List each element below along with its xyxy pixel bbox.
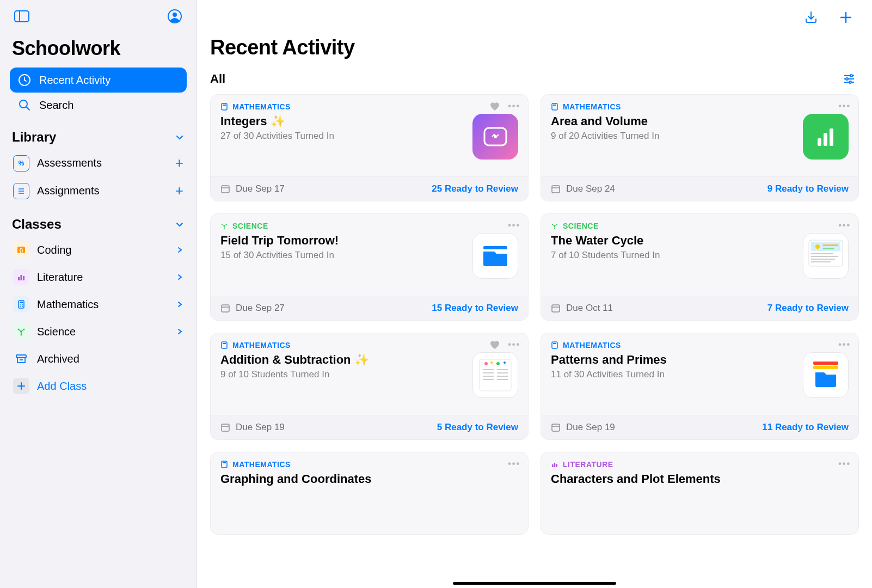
cards-grid: MATHEMATICS Integers ✨ 27 of 30 Activiti… [210, 94, 859, 556]
download-icon [804, 10, 818, 24]
due-date: Due Sep 19 [551, 422, 615, 433]
app-thumb [472, 114, 518, 160]
ready-to-review[interactable]: 15 Ready to Review [432, 303, 518, 314]
subject-badge: MATHEMATICS [220, 102, 465, 111]
class-mathematics[interactable]: Mathematics [10, 291, 187, 318]
svg-rect-82 [497, 369, 508, 370]
more-button[interactable]: ••• [838, 101, 851, 111]
svg-point-77 [484, 362, 488, 365]
svg-rect-17 [20, 302, 23, 303]
svg-point-34 [850, 75, 852, 77]
heart-icon[interactable] [489, 340, 500, 350]
svg-rect-49 [830, 128, 833, 146]
classes-header[interactable]: Classes [12, 217, 185, 232]
ready-to-review[interactable]: 25 Ready to Review [432, 183, 518, 194]
svg-point-3 [173, 13, 177, 17]
activity-card[interactable]: LITERATURE Characters and Plot Elements … [541, 452, 859, 535]
svg-rect-81 [483, 369, 494, 370]
lib-label: Assessments [37, 157, 102, 169]
card-actions: ••• [489, 340, 520, 350]
more-button[interactable]: ••• [508, 459, 520, 469]
library-assessments[interactable]: % Assessments + [10, 149, 187, 177]
more-button[interactable]: ••• [508, 101, 520, 111]
svg-rect-93 [813, 362, 838, 365]
activity-card[interactable]: MATHEMATICS Integers ✨ 27 of 30 Activiti… [210, 94, 529, 201]
class-literature[interactable]: Literature [10, 264, 187, 291]
ready-to-review[interactable]: 9 Ready to Review [767, 183, 849, 194]
heart-icon[interactable] [489, 101, 500, 111]
svg-rect-0 [15, 11, 29, 22]
card-actions: ••• [489, 101, 520, 111]
section-label: Classes [12, 217, 62, 232]
card-subtitle: 7 of 10 Students Turned In [551, 250, 795, 261]
app-thumb [472, 233, 518, 279]
subject-label: LITERATURE [563, 460, 613, 469]
class-coding[interactable]: {} Coding [10, 236, 187, 264]
filter-label: All [210, 72, 225, 86]
activity-card[interactable]: MATHEMATICS Addition & Subtraction ✨ 9 o… [210, 333, 529, 440]
svg-rect-87 [483, 379, 494, 380]
subject-icon [220, 341, 228, 349]
sidebar-toggle-button[interactable] [12, 7, 32, 26]
svg-rect-91 [552, 342, 557, 348]
activity-card[interactable]: SCIENCE Field Trip Tomorrow! 15 of 30 Ac… [210, 213, 529, 321]
svg-point-65 [815, 244, 820, 249]
svg-rect-72 [552, 305, 560, 312]
svg-point-80 [503, 362, 506, 364]
bars-icon [13, 269, 29, 285]
more-button[interactable]: ••• [838, 220, 851, 230]
svg-rect-66 [823, 244, 838, 246]
ready-to-review[interactable]: 11 Ready to Review [762, 422, 849, 433]
account-button[interactable] [165, 7, 185, 26]
class-archived[interactable]: Archived [10, 345, 187, 372]
calendar-icon [551, 422, 561, 432]
add-class-label: Add Class [37, 380, 87, 393]
plus-icon [13, 378, 29, 394]
add-class-button[interactable]: Add Class [10, 372, 187, 400]
calendar-icon [220, 422, 230, 432]
svg-rect-74 [222, 342, 227, 348]
sidebar: Schoolwork Recent Activity Search Librar… [0, 0, 197, 588]
add-assignment-button[interactable]: + [175, 182, 183, 199]
download-button[interactable] [801, 8, 821, 27]
chevron-right-icon [176, 246, 183, 254]
nav-search[interactable]: Search [10, 93, 187, 118]
svg-rect-85 [483, 376, 494, 377]
page-title: Recent Activity [210, 36, 859, 59]
add-assessment-button[interactable]: + [175, 155, 183, 171]
more-button[interactable]: ••• [508, 340, 520, 350]
doc-thumb [803, 233, 849, 279]
more-button[interactable]: ••• [838, 459, 851, 469]
svg-point-21 [22, 306, 23, 307]
subject-icon [551, 341, 558, 349]
activity-card[interactable]: SCIENCE The Water Cycle 7 of 10 Students… [541, 213, 859, 321]
card-body: MATHEMATICS Patterns and Primes 11 of 30… [541, 333, 858, 415]
ready-to-review[interactable]: 7 Ready to Review [767, 303, 849, 314]
new-button[interactable] [836, 8, 856, 27]
card-subtitle: 15 of 30 Activities Turned In [220, 250, 465, 261]
more-button[interactable]: ••• [838, 340, 851, 350]
card-subtitle: 9 of 20 Activities Turned In [551, 131, 795, 142]
filter-button[interactable] [839, 69, 859, 89]
app-title: Schoolwork [12, 37, 185, 60]
doc-thumb [472, 352, 518, 398]
class-science[interactable]: Science [10, 318, 187, 345]
card-actions: ••• [838, 101, 851, 111]
svg-rect-97 [222, 461, 227, 468]
svg-rect-100 [554, 463, 556, 467]
subject-icon [220, 222, 228, 230]
ready-to-review[interactable]: 5 Ready to Review [437, 422, 518, 433]
activity-card[interactable]: MATHEMATICS Graphing and Coordinates ••• [210, 452, 529, 535]
library-assignments[interactable]: Assignments + [10, 177, 187, 205]
card-body: LITERATURE Characters and Plot Elements … [541, 452, 858, 534]
activity-card[interactable]: MATHEMATICS Area and Volume 9 of 20 Acti… [541, 94, 859, 201]
subject-label: MATHEMATICS [232, 341, 291, 350]
nav-label: Recent Activity [39, 74, 110, 87]
app-thumb [803, 114, 849, 160]
nav-recent-activity[interactable]: Recent Activity [10, 68, 187, 93]
subject-icon [551, 103, 558, 111]
svg-rect-95 [552, 424, 560, 431]
activity-card[interactable]: MATHEMATICS Patterns and Primes 11 of 30… [541, 333, 859, 440]
more-button[interactable]: ••• [508, 220, 520, 230]
library-header[interactable]: Library [12, 130, 185, 145]
